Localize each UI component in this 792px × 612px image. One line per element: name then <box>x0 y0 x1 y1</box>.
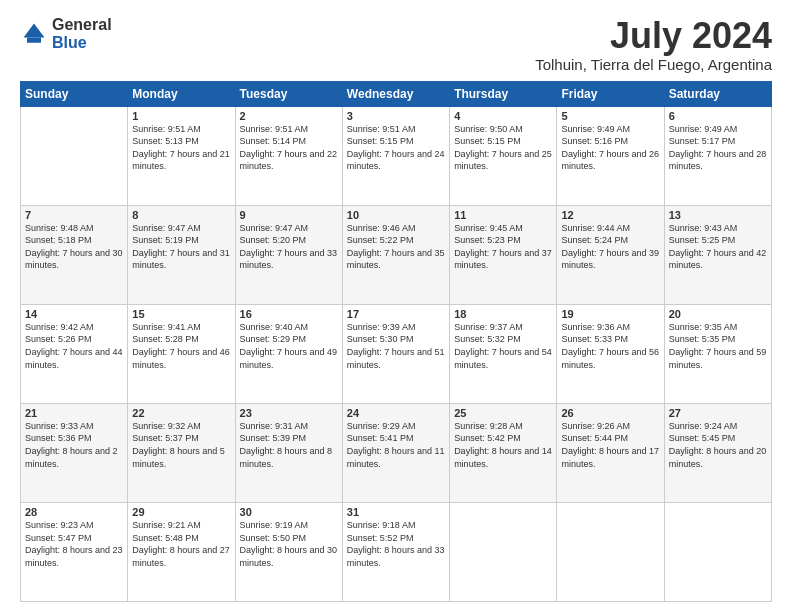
calendar-week-3: 21Sunrise: 9:33 AMSunset: 5:36 PMDayligh… <box>21 403 772 502</box>
calendar-header-wednesday: Wednesday <box>342 81 449 106</box>
day-info: Sunrise: 9:26 AMSunset: 5:44 PMDaylight:… <box>561 420 659 470</box>
calendar-cell: 9Sunrise: 9:47 AMSunset: 5:20 PMDaylight… <box>235 205 342 304</box>
calendar-week-0: 1Sunrise: 9:51 AMSunset: 5:13 PMDaylight… <box>21 106 772 205</box>
day-info: Sunrise: 9:18 AMSunset: 5:52 PMDaylight:… <box>347 519 445 569</box>
day-info: Sunrise: 9:51 AMSunset: 5:13 PMDaylight:… <box>132 123 230 173</box>
day-number: 14 <box>25 308 123 320</box>
day-number: 24 <box>347 407 445 419</box>
main-title: July 2024 <box>535 16 772 56</box>
calendar-cell: 16Sunrise: 9:40 AMSunset: 5:29 PMDayligh… <box>235 304 342 403</box>
day-number: 21 <box>25 407 123 419</box>
day-number: 23 <box>240 407 338 419</box>
day-info: Sunrise: 9:23 AMSunset: 5:47 PMDaylight:… <box>25 519 123 569</box>
day-info: Sunrise: 9:46 AMSunset: 5:22 PMDaylight:… <box>347 222 445 272</box>
day-info: Sunrise: 9:36 AMSunset: 5:33 PMDaylight:… <box>561 321 659 371</box>
calendar-cell <box>664 502 771 601</box>
day-info: Sunrise: 9:33 AMSunset: 5:36 PMDaylight:… <box>25 420 123 470</box>
calendar-header-row: SundayMondayTuesdayWednesdayThursdayFrid… <box>21 81 772 106</box>
day-number: 31 <box>347 506 445 518</box>
day-info: Sunrise: 9:43 AMSunset: 5:25 PMDaylight:… <box>669 222 767 272</box>
calendar-cell: 2Sunrise: 9:51 AMSunset: 5:14 PMDaylight… <box>235 106 342 205</box>
logo-blue: Blue <box>52 34 112 52</box>
day-number: 11 <box>454 209 552 221</box>
calendar-cell: 12Sunrise: 9:44 AMSunset: 5:24 PMDayligh… <box>557 205 664 304</box>
day-number: 6 <box>669 110 767 122</box>
calendar-cell <box>557 502 664 601</box>
day-number: 4 <box>454 110 552 122</box>
day-number: 3 <box>347 110 445 122</box>
calendar-cell: 19Sunrise: 9:36 AMSunset: 5:33 PMDayligh… <box>557 304 664 403</box>
day-number: 16 <box>240 308 338 320</box>
calendar-week-1: 7Sunrise: 9:48 AMSunset: 5:18 PMDaylight… <box>21 205 772 304</box>
day-info: Sunrise: 9:19 AMSunset: 5:50 PMDaylight:… <box>240 519 338 569</box>
calendar-cell: 17Sunrise: 9:39 AMSunset: 5:30 PMDayligh… <box>342 304 449 403</box>
calendar-week-2: 14Sunrise: 9:42 AMSunset: 5:26 PMDayligh… <box>21 304 772 403</box>
calendar-cell: 14Sunrise: 9:42 AMSunset: 5:26 PMDayligh… <box>21 304 128 403</box>
calendar-cell: 26Sunrise: 9:26 AMSunset: 5:44 PMDayligh… <box>557 403 664 502</box>
day-number: 7 <box>25 209 123 221</box>
day-info: Sunrise: 9:51 AMSunset: 5:15 PMDaylight:… <box>347 123 445 173</box>
day-info: Sunrise: 9:32 AMSunset: 5:37 PMDaylight:… <box>132 420 230 470</box>
day-info: Sunrise: 9:31 AMSunset: 5:39 PMDaylight:… <box>240 420 338 470</box>
calendar-cell: 5Sunrise: 9:49 AMSunset: 5:16 PMDaylight… <box>557 106 664 205</box>
calendar-week-4: 28Sunrise: 9:23 AMSunset: 5:47 PMDayligh… <box>21 502 772 601</box>
day-number: 19 <box>561 308 659 320</box>
header: General Blue July 2024 Tolhuin, Tierra d… <box>20 16 772 73</box>
calendar-cell: 21Sunrise: 9:33 AMSunset: 5:36 PMDayligh… <box>21 403 128 502</box>
day-info: Sunrise: 9:49 AMSunset: 5:17 PMDaylight:… <box>669 123 767 173</box>
calendar-header-saturday: Saturday <box>664 81 771 106</box>
day-info: Sunrise: 9:40 AMSunset: 5:29 PMDaylight:… <box>240 321 338 371</box>
day-number: 20 <box>669 308 767 320</box>
day-number: 2 <box>240 110 338 122</box>
calendar-cell <box>450 502 557 601</box>
day-number: 25 <box>454 407 552 419</box>
calendar-cell: 31Sunrise: 9:18 AMSunset: 5:52 PMDayligh… <box>342 502 449 601</box>
title-section: July 2024 Tolhuin, Tierra del Fuego, Arg… <box>535 16 772 73</box>
calendar-cell: 4Sunrise: 9:50 AMSunset: 5:15 PMDaylight… <box>450 106 557 205</box>
day-info: Sunrise: 9:50 AMSunset: 5:15 PMDaylight:… <box>454 123 552 173</box>
calendar-cell: 11Sunrise: 9:45 AMSunset: 5:23 PMDayligh… <box>450 205 557 304</box>
calendar-cell: 29Sunrise: 9:21 AMSunset: 5:48 PMDayligh… <box>128 502 235 601</box>
calendar-cell: 20Sunrise: 9:35 AMSunset: 5:35 PMDayligh… <box>664 304 771 403</box>
calendar-cell: 7Sunrise: 9:48 AMSunset: 5:18 PMDaylight… <box>21 205 128 304</box>
calendar-cell: 1Sunrise: 9:51 AMSunset: 5:13 PMDaylight… <box>128 106 235 205</box>
calendar-cell: 8Sunrise: 9:47 AMSunset: 5:19 PMDaylight… <box>128 205 235 304</box>
calendar-cell: 6Sunrise: 9:49 AMSunset: 5:17 PMDaylight… <box>664 106 771 205</box>
svg-marker-0 <box>24 23 45 37</box>
day-number: 29 <box>132 506 230 518</box>
day-info: Sunrise: 9:35 AMSunset: 5:35 PMDaylight:… <box>669 321 767 371</box>
day-number: 12 <box>561 209 659 221</box>
calendar-cell: 22Sunrise: 9:32 AMSunset: 5:37 PMDayligh… <box>128 403 235 502</box>
day-info: Sunrise: 9:21 AMSunset: 5:48 PMDaylight:… <box>132 519 230 569</box>
day-number: 13 <box>669 209 767 221</box>
calendar-cell: 3Sunrise: 9:51 AMSunset: 5:15 PMDaylight… <box>342 106 449 205</box>
day-info: Sunrise: 9:51 AMSunset: 5:14 PMDaylight:… <box>240 123 338 173</box>
day-number: 28 <box>25 506 123 518</box>
day-info: Sunrise: 9:28 AMSunset: 5:42 PMDaylight:… <box>454 420 552 470</box>
day-number: 15 <box>132 308 230 320</box>
calendar-header-friday: Friday <box>557 81 664 106</box>
calendar-header-tuesday: Tuesday <box>235 81 342 106</box>
day-info: Sunrise: 9:49 AMSunset: 5:16 PMDaylight:… <box>561 123 659 173</box>
calendar-cell <box>21 106 128 205</box>
calendar-cell: 13Sunrise: 9:43 AMSunset: 5:25 PMDayligh… <box>664 205 771 304</box>
day-number: 26 <box>561 407 659 419</box>
calendar-cell: 10Sunrise: 9:46 AMSunset: 5:22 PMDayligh… <box>342 205 449 304</box>
day-info: Sunrise: 9:47 AMSunset: 5:19 PMDaylight:… <box>132 222 230 272</box>
day-number: 10 <box>347 209 445 221</box>
day-info: Sunrise: 9:24 AMSunset: 5:45 PMDaylight:… <box>669 420 767 470</box>
calendar-cell: 27Sunrise: 9:24 AMSunset: 5:45 PMDayligh… <box>664 403 771 502</box>
day-info: Sunrise: 9:29 AMSunset: 5:41 PMDaylight:… <box>347 420 445 470</box>
day-info: Sunrise: 9:41 AMSunset: 5:28 PMDaylight:… <box>132 321 230 371</box>
calendar-cell: 28Sunrise: 9:23 AMSunset: 5:47 PMDayligh… <box>21 502 128 601</box>
day-number: 1 <box>132 110 230 122</box>
calendar-cell: 25Sunrise: 9:28 AMSunset: 5:42 PMDayligh… <box>450 403 557 502</box>
day-number: 8 <box>132 209 230 221</box>
calendar-header-monday: Monday <box>128 81 235 106</box>
day-info: Sunrise: 9:45 AMSunset: 5:23 PMDaylight:… <box>454 222 552 272</box>
calendar-cell: 24Sunrise: 9:29 AMSunset: 5:41 PMDayligh… <box>342 403 449 502</box>
day-number: 5 <box>561 110 659 122</box>
calendar-cell: 18Sunrise: 9:37 AMSunset: 5:32 PMDayligh… <box>450 304 557 403</box>
logo: General Blue <box>20 16 112 51</box>
day-number: 30 <box>240 506 338 518</box>
